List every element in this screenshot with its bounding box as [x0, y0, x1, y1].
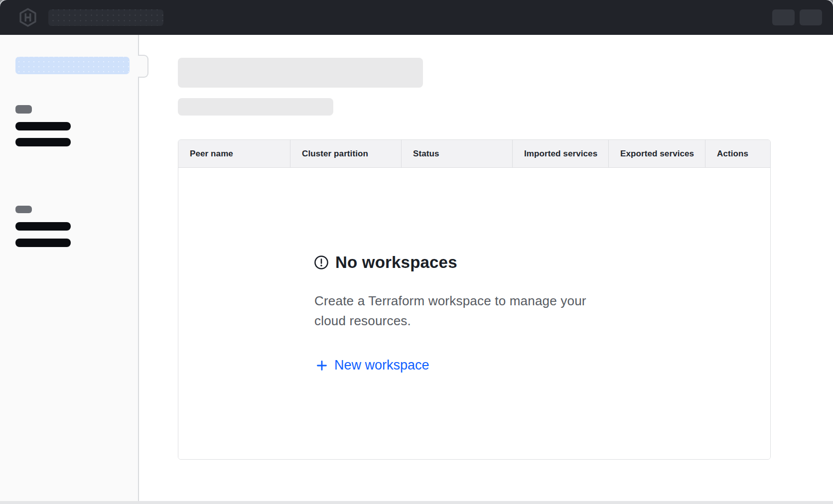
hashicorp-logo[interactable] — [18, 8, 37, 27]
hashicorp-logo-icon — [18, 8, 37, 27]
navbar-button-skeleton-1 — [772, 9, 795, 25]
navbar-button-skeleton-2 — [800, 9, 822, 25]
empty-state-description: Create a Terraform workspace to manage y… — [314, 291, 613, 331]
column-header-status: Status — [402, 140, 513, 167]
column-header-imported-services: Imported services — [513, 140, 609, 167]
new-workspace-link[interactable]: New workspace — [316, 358, 429, 373]
sidebar-toggle-handle[interactable] — [138, 55, 148, 78]
sidebar-item-skeleton — [15, 222, 71, 231]
table-header-row: Peer name Cluster partition Status Impor… — [178, 140, 770, 168]
sidebar-item-skeleton — [15, 122, 71, 130]
page-title-skeleton — [178, 58, 423, 88]
top-navbar — [0, 0, 833, 35]
alert-circle-icon — [314, 255, 329, 270]
column-header-exported-services: Exported services — [609, 140, 705, 167]
main-content: Peer name Cluster partition Status Impor… — [139, 35, 833, 501]
plus-icon — [316, 360, 328, 372]
column-header-peer-name: Peer name — [178, 140, 290, 167]
page-subtitle-skeleton — [178, 98, 333, 116]
navbar-search-skeleton — [48, 9, 163, 26]
sidebar-item-skeleton — [15, 138, 71, 146]
sidebar-group-heading-skeleton — [15, 206, 32, 213]
column-header-actions: Actions — [705, 140, 770, 167]
sidebar-item-skeleton — [15, 239, 71, 247]
empty-state-title: No workspaces — [335, 253, 457, 272]
sidebar-group-heading-skeleton — [15, 105, 32, 114]
body-row: Peer name Cluster partition Status Impor… — [0, 35, 833, 501]
window-bottom-edge — [0, 501, 833, 504]
sidebar-active-item-skeleton — [15, 57, 130, 74]
new-workspace-label: New workspace — [334, 358, 429, 373]
navbar-right-group — [772, 9, 822, 25]
sidebar — [0, 35, 139, 501]
app-window: Peer name Cluster partition Status Impor… — [0, 0, 833, 504]
column-header-cluster-partition: Cluster partition — [290, 140, 402, 167]
empty-state-header: No workspaces — [314, 253, 457, 272]
